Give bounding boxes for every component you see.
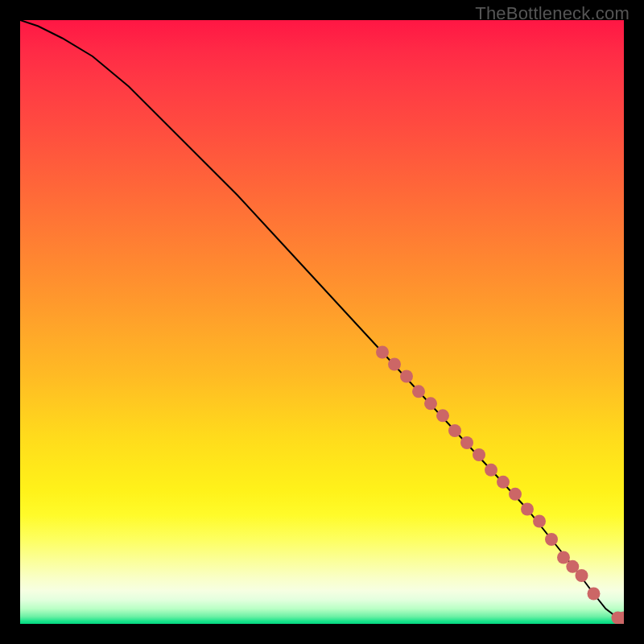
curve-marker [376, 346, 389, 359]
curve-marker [576, 569, 588, 582]
curve-marker [412, 385, 425, 398]
curve-marker [521, 503, 534, 516]
curve-marker [436, 409, 449, 422]
curve-marker [448, 424, 461, 437]
curve-marker [473, 448, 485, 461]
curve-marker [545, 533, 558, 546]
marker-group [376, 346, 624, 625]
watermark-label: TheBottleneck.com [475, 3, 630, 24]
curve-marker [509, 488, 522, 501]
curve-marker [424, 397, 437, 410]
curve-marker [588, 588, 601, 601]
curve-marker [497, 476, 510, 489]
curve-marker [388, 358, 401, 371]
curve-marker [400, 370, 413, 383]
chart-overlay [20, 20, 624, 624]
bottleneck-curve-line [20, 20, 624, 618]
curve-marker [557, 551, 570, 564]
chart-container: TheBottleneck.com [0, 0, 644, 644]
curve-marker [533, 515, 546, 528]
plot-area [20, 20, 624, 624]
curve-marker [460, 436, 473, 449]
curve-marker [485, 464, 497, 477]
